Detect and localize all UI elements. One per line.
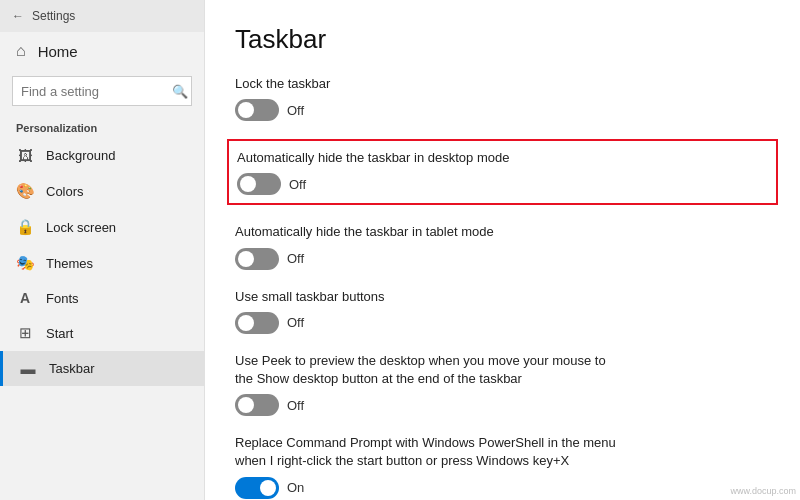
sidebar-item-lock-screen[interactable]: 🔒 Lock screen	[0, 209, 204, 245]
back-icon[interactable]: ←	[12, 9, 24, 23]
lock-screen-icon: 🔒	[16, 218, 34, 236]
sidebar-home-label: Home	[38, 43, 78, 60]
setting-powershell: Replace Command Prompt with Windows Powe…	[235, 434, 770, 498]
toggle-row-powershell: On	[235, 477, 770, 499]
sidebar-item-themes[interactable]: 🎭 Themes	[0, 245, 204, 281]
sidebar-item-taskbar-label: Taskbar	[49, 361, 95, 376]
sidebar-item-colors[interactable]: 🎨 Colors	[0, 173, 204, 209]
sidebar-item-background[interactable]: 🖼 Background	[0, 138, 204, 173]
toggle-auto-hide-desktop-state: Off	[289, 177, 306, 192]
setting-peek-label: Use Peek to preview the desktop when you…	[235, 352, 770, 388]
toggle-lock-taskbar[interactable]	[235, 99, 279, 121]
toggle-lock-taskbar-state: Off	[287, 103, 304, 118]
sidebar-home-button[interactable]: ⌂ Home	[0, 32, 204, 70]
sidebar-title-bar: ← Settings	[0, 0, 204, 32]
sidebar-item-themes-label: Themes	[46, 256, 93, 271]
setting-lock-taskbar-label: Lock the taskbar	[235, 75, 770, 93]
setting-auto-hide-desktop: Automatically hide the taskbar in deskto…	[227, 139, 778, 205]
sidebar-item-fonts-label: Fonts	[46, 291, 79, 306]
home-icon: ⌂	[16, 42, 26, 60]
toggle-row-small-buttons: Off	[235, 312, 770, 334]
setting-small-buttons-label: Use small taskbar buttons	[235, 288, 770, 306]
search-box-container: 🔍	[0, 70, 204, 112]
setting-auto-hide-tablet: Automatically hide the taskbar in tablet…	[235, 223, 770, 269]
section-label: Personalization	[0, 112, 204, 138]
toggle-auto-hide-tablet-state: Off	[287, 251, 304, 266]
toggle-row-auto-hide-desktop: Off	[237, 173, 768, 195]
setting-auto-hide-tablet-label: Automatically hide the taskbar in tablet…	[235, 223, 770, 241]
themes-icon: 🎭	[16, 254, 34, 272]
sidebar-item-start[interactable]: ⊞ Start	[0, 315, 204, 351]
background-icon: 🖼	[16, 147, 34, 164]
sidebar-item-colors-label: Colors	[46, 184, 84, 199]
setting-powershell-label: Replace Command Prompt with Windows Powe…	[235, 434, 770, 470]
colors-icon: 🎨	[16, 182, 34, 200]
toggle-small-buttons[interactable]	[235, 312, 279, 334]
start-icon: ⊞	[16, 324, 34, 342]
sidebar: ← Settings ⌂ Home 🔍 Personalization 🖼 Ba…	[0, 0, 205, 500]
sidebar-item-background-label: Background	[46, 148, 115, 163]
toggle-auto-hide-tablet[interactable]	[235, 248, 279, 270]
watermark: www.docup.com	[730, 486, 796, 496]
setting-lock-taskbar: Lock the taskbar Off	[235, 75, 770, 121]
sidebar-item-fonts[interactable]: A Fonts	[0, 281, 204, 315]
toggle-peek[interactable]	[235, 394, 279, 416]
sidebar-item-lock-screen-label: Lock screen	[46, 220, 116, 235]
toggle-peek-state: Off	[287, 398, 304, 413]
toggle-small-buttons-state: Off	[287, 315, 304, 330]
setting-small-buttons: Use small taskbar buttons Off	[235, 288, 770, 334]
sidebar-title-text: Settings	[32, 9, 75, 23]
setting-auto-hide-desktop-label: Automatically hide the taskbar in deskto…	[237, 149, 768, 167]
search-icon-button[interactable]: 🔍	[172, 84, 188, 99]
toggle-row-lock-taskbar: Off	[235, 99, 770, 121]
page-title: Taskbar	[235, 24, 770, 55]
sidebar-item-start-label: Start	[46, 326, 73, 341]
toggle-auto-hide-desktop[interactable]	[237, 173, 281, 195]
search-input[interactable]	[12, 76, 192, 106]
sidebar-item-taskbar[interactable]: ▬ Taskbar	[0, 351, 204, 386]
toggle-row-auto-hide-tablet: Off	[235, 248, 770, 270]
toggle-row-peek: Off	[235, 394, 770, 416]
toggle-powershell-state: On	[287, 480, 304, 495]
taskbar-icon: ▬	[19, 360, 37, 377]
main-content: Taskbar Lock the taskbar Off Automatical…	[205, 0, 800, 500]
fonts-icon: A	[16, 290, 34, 306]
setting-peek: Use Peek to preview the desktop when you…	[235, 352, 770, 416]
toggle-powershell[interactable]	[235, 477, 279, 499]
